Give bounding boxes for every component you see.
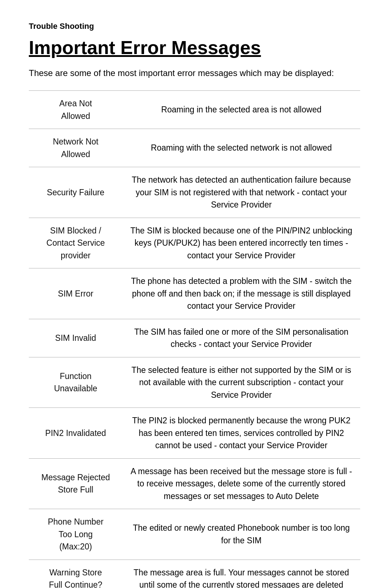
section-label: Trouble Shooting bbox=[29, 22, 360, 31]
table-row: FunctionUnavailableThe selected feature … bbox=[29, 357, 360, 408]
error-description-cell: The phone has detected a problem with th… bbox=[122, 268, 360, 319]
error-description-cell: The PIN2 is blocked permanently because … bbox=[122, 408, 360, 459]
error-name-cell: Phone NumberToo Long(Max:20) bbox=[29, 509, 122, 560]
error-name-cell: Warning StoreFull Continue? bbox=[29, 560, 122, 588]
error-name-cell: Area NotAllowed bbox=[29, 91, 122, 129]
table-row: Phone NumberToo Long(Max:20)The edited o… bbox=[29, 509, 360, 560]
error-name-cell: FunctionUnavailable bbox=[29, 357, 122, 408]
error-name-cell: SIM Error bbox=[29, 268, 122, 319]
error-messages-table: Area NotAllowedRoaming in the selected a… bbox=[29, 90, 360, 588]
error-name-cell: SIM Invalid bbox=[29, 319, 122, 357]
error-description-cell: A message has been received but the mess… bbox=[122, 458, 360, 509]
table-row: Warning StoreFull Continue?The message a… bbox=[29, 560, 360, 588]
error-description-cell: Roaming with the selected network is not… bbox=[122, 129, 360, 167]
table-row: Network NotAllowedRoaming with the selec… bbox=[29, 129, 360, 167]
table-row: Area NotAllowedRoaming in the selected a… bbox=[29, 91, 360, 129]
table-row: SIM Blocked /Contact ServiceproviderThe … bbox=[29, 218, 360, 268]
error-description-cell: The SIM has failed one or more of the SI… bbox=[122, 319, 360, 357]
error-description-cell: The network has detected an authenticati… bbox=[122, 167, 360, 218]
table-row: PIN2 InvalidatedThe PIN2 is blocked perm… bbox=[29, 408, 360, 459]
error-description-cell: Roaming in the selected area is not allo… bbox=[122, 91, 360, 129]
table-row: SIM ErrorThe phone has detected a proble… bbox=[29, 268, 360, 319]
intro-text: These are some of the most important err… bbox=[29, 67, 360, 80]
table-row: Security FailureThe network has detected… bbox=[29, 167, 360, 218]
error-name-cell: Network NotAllowed bbox=[29, 129, 122, 167]
error-description-cell: The SIM is blocked because one of the PI… bbox=[122, 218, 360, 268]
error-description-cell: The edited or newly created Phonebook nu… bbox=[122, 509, 360, 560]
error-name-cell: Message RejectedStore Full bbox=[29, 458, 122, 509]
error-description-cell: The selected feature is either not suppo… bbox=[122, 357, 360, 408]
table-row: Message RejectedStore FullA message has … bbox=[29, 458, 360, 509]
table-row: SIM InvalidThe SIM has failed one or mor… bbox=[29, 319, 360, 357]
error-name-cell: SIM Blocked /Contact Serviceprovider bbox=[29, 218, 122, 268]
error-name-cell: Security Failure bbox=[29, 167, 122, 218]
error-description-cell: The message area is full. Your messages … bbox=[122, 560, 360, 588]
page-title: Important Error Messages bbox=[29, 37, 360, 58]
error-name-cell: PIN2 Invalidated bbox=[29, 408, 122, 459]
